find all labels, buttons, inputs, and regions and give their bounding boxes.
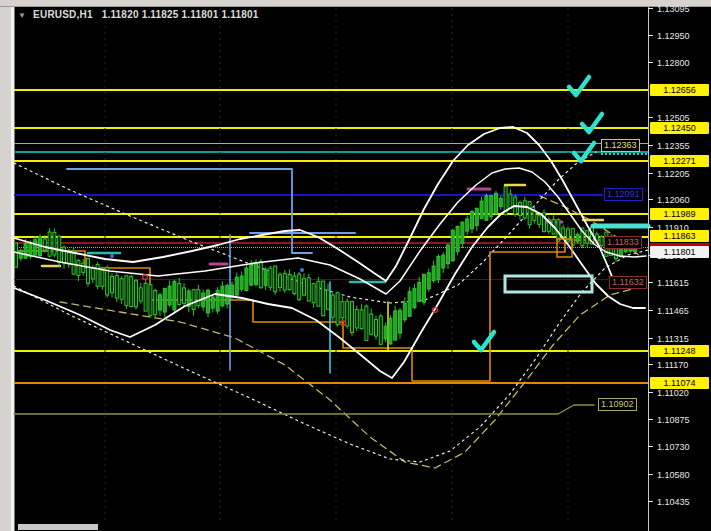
tick-dash (648, 145, 653, 146)
price-tick: 1.12800 (648, 58, 711, 68)
candle (183, 288, 186, 303)
price-tick: 1.11315 (648, 334, 711, 344)
tick-dash (648, 117, 653, 118)
tick-label: 1.10580 (657, 470, 690, 480)
candle (562, 228, 565, 237)
candle (461, 222, 464, 243)
chart-window: ▼ EURUSD,H1 1.11820 1.11825 1.11801 1.11… (0, 0, 711, 531)
tick-dash (648, 392, 653, 393)
candle (485, 196, 488, 221)
candle (125, 276, 128, 306)
candle (600, 237, 603, 246)
highlighted-price-label: 1.12271 (650, 155, 709, 167)
price-tick: 1.11465 (648, 306, 711, 316)
candle (255, 263, 258, 285)
symbol-dropdown-icon[interactable]: ▼ (18, 11, 26, 20)
tick-label: 1.11170 (657, 360, 688, 370)
candle (154, 291, 157, 315)
candle (264, 269, 267, 285)
price-tick: 1.10435 (648, 497, 711, 507)
candle (197, 290, 200, 306)
price-tick: 1.13095 (648, 4, 711, 14)
candle (365, 306, 368, 340)
candle (269, 268, 272, 287)
candle (437, 256, 440, 279)
highlighted-price-label: 1.12450 (650, 122, 709, 134)
checkmark-annotation (569, 77, 589, 95)
candle (519, 203, 522, 216)
tick-label: 1.11020 (657, 388, 689, 398)
candle (293, 276, 296, 294)
candle (307, 278, 310, 301)
candle (159, 295, 162, 310)
candle (149, 285, 152, 316)
candle (495, 193, 498, 213)
candle (207, 290, 210, 313)
olive-level-line (14, 405, 594, 414)
candle (375, 320, 378, 337)
candle (317, 281, 320, 306)
horizontal-scrollbar-stub[interactable] (18, 524, 98, 530)
highlighted-price-label: 1.11801 (650, 246, 709, 258)
candle (144, 283, 147, 311)
candle (370, 314, 373, 334)
candle (77, 260, 80, 275)
candle (163, 288, 166, 312)
candle (418, 282, 421, 301)
checkmark-annotation (574, 143, 594, 161)
price-tick: 1.10875 (648, 415, 711, 425)
tick-label: 1.12355 (657, 141, 690, 151)
candle (231, 285, 234, 296)
chart-price-label: 1.11632 (609, 276, 647, 289)
candle (399, 310, 402, 333)
chart-price-label: 1.12363 (601, 139, 640, 152)
tick-dash (648, 173, 653, 174)
candle (327, 290, 330, 309)
tick-dash (648, 199, 653, 200)
candle (120, 279, 123, 300)
candle (139, 288, 142, 301)
candle (312, 284, 315, 303)
candle (53, 232, 56, 255)
candle (471, 212, 474, 229)
tick-label: 1.11615 (657, 278, 689, 288)
price-tick: 1.12205 (648, 169, 711, 179)
candle (427, 273, 430, 289)
candle (15, 243, 18, 267)
candle (111, 276, 114, 292)
candle (475, 208, 478, 225)
candle (48, 232, 51, 256)
candle (168, 286, 171, 305)
candle (115, 276, 118, 298)
candle (538, 216, 541, 225)
candle (72, 251, 75, 274)
candle (211, 297, 214, 308)
buy-signal-dot (110, 254, 114, 258)
tick-dash (648, 282, 653, 283)
highlighted-price-label: 1.11989 (650, 208, 709, 220)
candle (384, 326, 387, 339)
highlighted-price-label: 1.11074 (650, 377, 709, 389)
candle (240, 276, 243, 289)
candle (447, 245, 450, 264)
candle (509, 194, 512, 208)
tick-label: 1.11315 (657, 334, 689, 344)
candle (322, 281, 325, 316)
candle (87, 258, 90, 283)
tick-dash (648, 338, 653, 339)
cyan-zone-rect (505, 276, 592, 292)
tick-dash (648, 446, 653, 447)
tick-dash (648, 62, 653, 63)
candle (451, 230, 454, 260)
candle (135, 281, 138, 307)
candle (24, 243, 27, 258)
candle (423, 274, 426, 302)
candle (432, 266, 435, 281)
candle (96, 264, 99, 286)
tick-label: 1.12205 (657, 169, 690, 179)
candle (331, 295, 334, 317)
tick-label: 1.12060 (657, 195, 690, 205)
tick-label: 1.12800 (657, 58, 690, 68)
chart-price-label: 1.12091 (604, 188, 643, 201)
candle (403, 303, 406, 320)
